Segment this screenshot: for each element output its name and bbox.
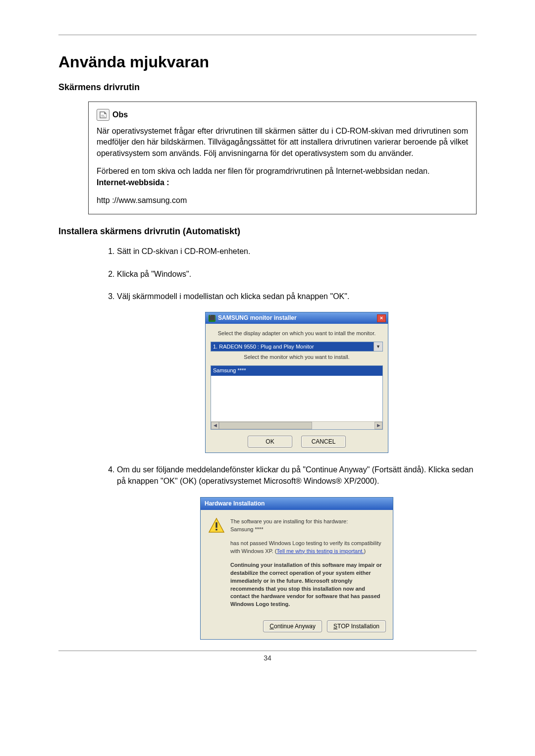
stop-installation-button[interactable]: STOP Installation [327, 620, 386, 632]
installer-dialog: ⬛ SAMSUNG monitor installer × Select the… [205, 312, 388, 453]
step-4: Om du ser följande meddelandefönster kli… [117, 464, 477, 640]
hardware-message: The software you are installing for this… [230, 518, 385, 614]
note-icon [97, 109, 109, 121]
section-heading-driver: Skärmens drivrutin [58, 82, 477, 93]
note-p2-text: Förbered en tom skiva och ladda ner file… [97, 167, 429, 175]
step-1: Sätt in CD-skivan i CD-ROM-enheten. [117, 246, 477, 257]
svg-rect-1 [215, 522, 217, 528]
installer-titlebar: ⬛ SAMSUNG monitor installer × [206, 312, 388, 324]
internet-website-label: Internet-webbsida : [97, 178, 169, 187]
hardware-screenshot: Hardware Installation The software you [117, 497, 477, 640]
hw-warning-bold: Continuing your installation of this sof… [230, 561, 385, 609]
note-header: Obs [97, 109, 128, 121]
monitor-listbox[interactable]: Samsung **** ◀ ▶ [211, 365, 383, 430]
hw-line2: Samsung **** [230, 526, 264, 532]
combobox-arrow-icon[interactable]: ▼ [374, 342, 382, 351]
warning-icon [209, 518, 224, 533]
hardware-dialog: Hardware Installation The software you [200, 497, 393, 640]
close-icon[interactable]: × [377, 314, 386, 322]
installer-title: SAMSUNG monitor installer [218, 314, 377, 322]
page: Använda mjukvaran Skärmens drivrutin Obs… [0, 0, 535, 682]
note-paragraph-1: När operativsystemet frågar efter drivru… [97, 126, 468, 159]
cancel-button[interactable]: CANCEL [301, 436, 346, 448]
continue-rest: ontinue Anyway [274, 623, 316, 630]
note-box: Obs När operativsystemet frågar efter dr… [88, 101, 477, 214]
hardware-titlebar: Hardware Installation [201, 498, 393, 510]
note-url: http ://www.samsung.com [97, 195, 468, 206]
installer-caption-adapter: Select the display adapter on which you … [211, 330, 383, 338]
step-3: Välj skärmmodell i modellistan och klick… [117, 291, 477, 453]
scroll-thumb[interactable] [219, 422, 312, 429]
monitor-list-item-selected[interactable]: Samsung **** [211, 366, 382, 376]
install-steps-list: Sätt in CD-skivan i CD-ROM-enheten. Klic… [103, 246, 477, 640]
step-3-text: Välj skärmmodell i modellistan och klick… [117, 292, 349, 301]
ok-button[interactable]: OK [248, 436, 292, 448]
installer-app-icon: ⬛ [209, 315, 215, 322]
hw-line1: The software you are installing for this… [230, 518, 348, 524]
top-horizontal-rule [58, 35, 477, 35]
horizontal-scrollbar[interactable]: ◀ ▶ [211, 421, 382, 429]
installer-caption-monitor: Select the monitor which you want to ins… [211, 353, 383, 361]
continue-anyway-button[interactable]: Continue Anyway [263, 620, 322, 632]
scroll-track[interactable] [219, 422, 374, 429]
adapter-selected: 1. RADEON 9550 : Plug and Play Monitor [211, 342, 374, 351]
note-paragraph-2: Förbered en tom skiva och ladda ner file… [97, 166, 468, 188]
adapter-combobox[interactable]: 1. RADEON 9550 : Plug and Play Monitor ▼ [211, 342, 383, 352]
monitor-list-empty [211, 376, 382, 421]
note-label-text: Obs [112, 109, 128, 120]
page-title: Använda mjukvaran [58, 53, 477, 71]
svg-rect-2 [215, 529, 217, 530]
stop-rest: TOP Installation [337, 623, 379, 630]
scroll-right-icon[interactable]: ▶ [374, 422, 382, 429]
scroll-left-icon[interactable]: ◀ [211, 422, 219, 429]
hw-line3b: ) [364, 548, 366, 554]
step-4-text: Om du ser följande meddelandefönster kli… [117, 465, 473, 485]
bottom-horizontal-rule [58, 651, 477, 651]
page-number: 34 [58, 654, 477, 662]
step-2: Klicka på "Windows". [117, 268, 477, 280]
hw-testing-link[interactable]: Tell me why this testing is important. [276, 548, 364, 554]
section-heading-install: Installera skärmens drivrutin (Automatis… [58, 226, 477, 237]
installer-screenshot: ⬛ SAMSUNG monitor installer × Select the… [117, 312, 477, 453]
